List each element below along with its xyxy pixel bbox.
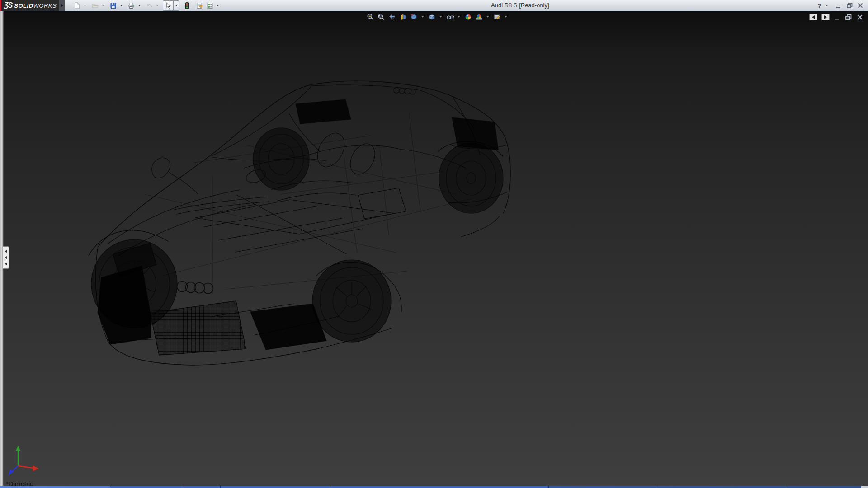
triad-z-arrowhead	[8, 469, 14, 476]
print-dropdown[interactable]	[137, 1, 142, 10]
menu-expand-arrow-icon	[61, 4, 63, 7]
undo-button[interactable]	[145, 1, 154, 10]
apply-scene-dropdown[interactable]	[486, 13, 490, 21]
select-tool-button[interactable]	[163, 0, 174, 11]
collapse-arrow-icon	[5, 262, 7, 266]
view-settings-button[interactable]	[493, 13, 501, 21]
appearance-sphere-icon	[464, 13, 472, 21]
window-title: Audi R8 S [Read-only]	[491, 2, 549, 9]
doc-close-icon	[857, 14, 863, 20]
brand-mark-icon: ƷS	[4, 1, 12, 9]
menu-expand-button[interactable]	[59, 0, 65, 11]
section-view-icon	[399, 13, 407, 21]
options-button[interactable]	[205, 1, 214, 10]
view-orientation-icon	[410, 13, 418, 21]
previous-view-button[interactable]	[388, 13, 396, 21]
file-properties-icon	[196, 2, 203, 9]
doc-close-button[interactable]	[856, 14, 863, 20]
new-document-dropdown[interactable]	[83, 1, 87, 10]
hide-show-items-button[interactable]	[446, 13, 454, 21]
toggle-right-pane-button[interactable]	[821, 14, 830, 20]
minimize-icon	[835, 2, 842, 9]
restore-icon	[846, 2, 853, 9]
apply-scene-button[interactable]	[475, 13, 483, 21]
open-button[interactable]	[90, 1, 99, 10]
help-dropdown[interactable]	[825, 1, 829, 10]
open-dropdown[interactable]	[101, 1, 105, 10]
help-button[interactable]: ?	[817, 2, 822, 9]
solidworks-logo: ƷSSOLIDWORKS	[0, 0, 59, 11]
view-settings-dropdown[interactable]	[504, 13, 508, 21]
zoom-to-area-button[interactable]	[377, 13, 386, 21]
brand-name-light: WORKS	[33, 2, 57, 9]
traffic-light-icon	[183, 2, 191, 9]
zoom-to-area-icon	[377, 13, 385, 21]
glasses-icon	[446, 13, 454, 21]
close-icon	[857, 2, 863, 9]
save-dropdown[interactable]	[119, 1, 123, 10]
hide-show-items-dropdown[interactable]	[457, 13, 461, 21]
doc-minimize-button[interactable]	[834, 14, 841, 20]
apply-scene-icon	[475, 13, 483, 21]
toggle-left-pane-button[interactable]	[809, 14, 817, 20]
zoom-to-fit-icon	[367, 13, 374, 21]
section-view-button[interactable]	[399, 13, 407, 21]
display-style-button[interactable]	[428, 13, 436, 21]
solidworks-app: { "window": { "title": "Audi R8 S [Read-…	[0, 0, 868, 488]
edit-appearance-button[interactable]	[464, 13, 472, 21]
view-orientation-button[interactable]	[410, 13, 418, 21]
display-style-icon	[428, 13, 436, 21]
view-orientation-label: *Dimetric	[6, 480, 33, 486]
open-folder-icon	[91, 2, 99, 9]
reference-triad[interactable]	[7, 445, 41, 478]
view-orientation-dropdown[interactable]	[420, 13, 425, 21]
headsup-view-toolbar	[366, 12, 509, 21]
brand-name-bold: SOLID	[14, 2, 33, 9]
select-cursor-icon	[165, 2, 172, 9]
close-button[interactable]	[856, 1, 864, 9]
undo-dropdown[interactable]	[155, 1, 160, 10]
document-window-controls	[809, 14, 863, 20]
print-button[interactable]	[127, 1, 136, 10]
view-settings-icon	[493, 13, 501, 21]
doc-minimize-icon	[834, 14, 840, 20]
panel-collapse-tab[interactable]	[3, 246, 9, 269]
previous-view-icon	[388, 13, 396, 21]
new-document-button[interactable]	[72, 1, 81, 10]
taskbar-resize-grip	[861, 486, 868, 488]
model-wireframe-audi-r8[interactable]	[0, 11, 868, 486]
doc-restore-button[interactable]	[845, 14, 852, 20]
zoom-to-fit-button[interactable]	[366, 13, 375, 21]
titlebar: ƷSSOLIDWORKS	[0, 0, 868, 11]
select-tool-group	[163, 0, 179, 11]
collapse-arrow-icon	[5, 249, 7, 253]
triad-x-axis	[18, 466, 33, 468]
options-dropdown[interactable]	[216, 1, 220, 10]
taskbar-strip[interactable]	[0, 486, 868, 488]
options-checklist-icon	[206, 2, 214, 9]
titlebar-controls: ?	[817, 0, 864, 11]
graphics-viewport[interactable]: *Dimetric	[0, 11, 868, 486]
main-toolbar	[72, 0, 222, 11]
restore-button[interactable]	[845, 1, 854, 9]
rebuild-traffic-light-button[interactable]	[182, 1, 191, 10]
print-icon	[127, 2, 135, 9]
minimize-button[interactable]	[835, 1, 843, 9]
triad-x-arrowhead	[33, 465, 39, 471]
select-tool-dropdown[interactable]	[174, 0, 179, 11]
doc-restore-icon	[845, 14, 852, 20]
undo-icon	[146, 2, 153, 9]
save-icon	[109, 2, 117, 9]
collapse-arrow-icon	[5, 256, 7, 259]
display-style-dropdown[interactable]	[439, 13, 443, 21]
new-document-icon	[73, 2, 81, 9]
save-button[interactable]	[108, 1, 118, 10]
file-properties-button[interactable]	[195, 1, 204, 10]
triad-y-arrowhead	[16, 446, 20, 451]
pane-left-arrow-icon	[812, 15, 815, 19]
pane-right-arrow-icon	[824, 15, 827, 19]
